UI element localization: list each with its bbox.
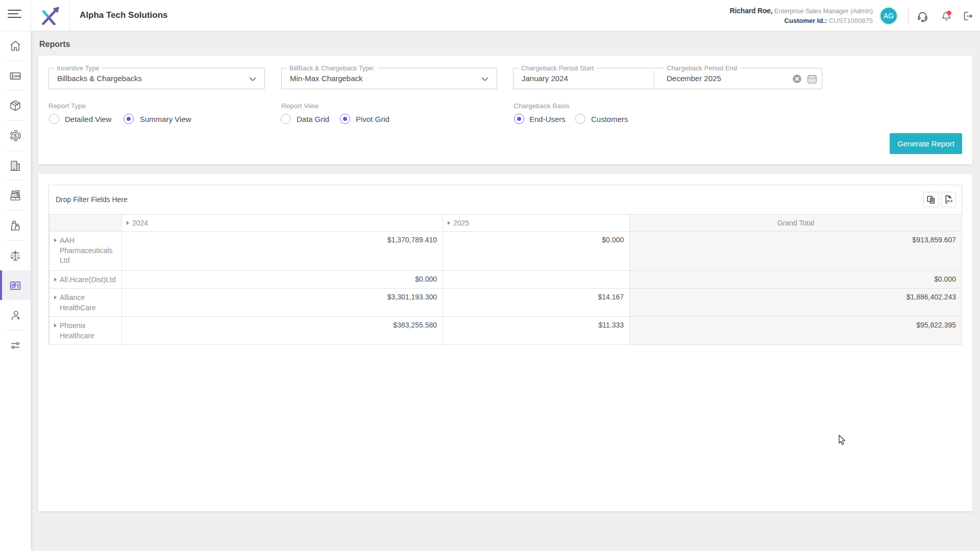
svg-text:XLS: XLS: [947, 199, 952, 203]
svg-text:CRM: CRM: [12, 74, 20, 78]
svg-text:$: $: [14, 133, 17, 139]
